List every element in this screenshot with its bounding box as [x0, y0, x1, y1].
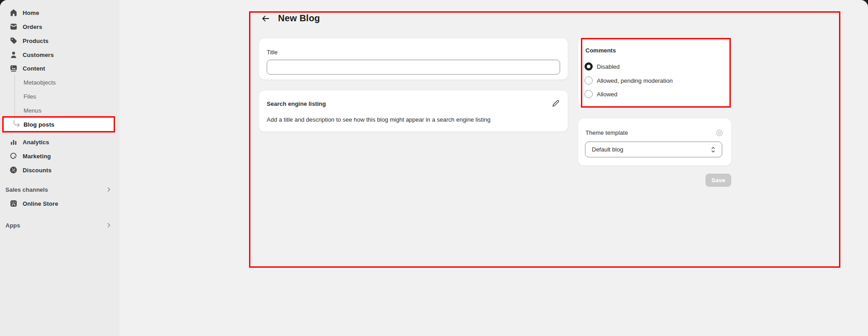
theme-template-label: Theme template	[585, 129, 628, 136]
sidebar-item-label: Blog posts	[24, 121, 54, 128]
app-frame: Home Orders Products Customers Content	[0, 0, 868, 336]
theme-template-select[interactable]: Default blog	[585, 142, 722, 157]
sidebar-item-label: Content	[23, 65, 45, 72]
sidebar-item-products[interactable]: Products	[4, 34, 116, 47]
seo-card-title: Search engine listing	[267, 100, 561, 107]
sidebar-item-analytics[interactable]: Analytics	[4, 136, 116, 148]
section-heading: Sales channels	[5, 186, 48, 193]
radio-option-allowed[interactable]: Allowed	[585, 89, 618, 99]
sidebar-item-label: Customers	[23, 52, 54, 58]
analytics-icon	[9, 137, 18, 147]
title-input[interactable]	[267, 60, 560, 75]
section-heading: Apps	[5, 222, 20, 229]
updown-caret-icon	[709, 146, 717, 154]
save-button[interactable]: Save	[705, 174, 731, 187]
radio-icon[interactable]	[585, 62, 593, 71]
radio-option-disabled[interactable]: Disabled	[585, 62, 620, 71]
radio-icon[interactable]	[585, 90, 593, 98]
sidebar-item-home[interactable]: Home	[4, 6, 116, 19]
customers-icon	[9, 50, 18, 59]
sidebar-item-files[interactable]: Files	[4, 90, 116, 103]
storefront-icon	[9, 199, 18, 208]
sidebar-item-label: Marketing	[23, 153, 51, 160]
sidebar-item-discounts[interactable]: Discounts	[4, 164, 116, 176]
sidebar-item-label: Files	[24, 93, 36, 100]
chevron-right-icon	[105, 186, 112, 193]
sidebar-item-label: Discounts	[23, 167, 52, 174]
title-card: Title	[259, 38, 568, 80]
sidebar-item-label: Metaobjects	[24, 79, 56, 86]
sidebar-section-sales-channels[interactable]: Sales channels	[5, 184, 115, 195]
theme-template-card: Theme template Default blog	[578, 118, 731, 166]
page-title: New Blog	[278, 13, 320, 24]
sidebar-item-label: Analytics	[23, 139, 49, 146]
select-value: Default blog	[592, 146, 623, 153]
comments-card: Comments Disabled Allowed, pending moder…	[578, 38, 730, 106]
page-header: New Blog	[261, 13, 320, 24]
marketing-icon	[9, 151, 18, 161]
eye-icon	[714, 128, 725, 138]
radio-icon[interactable]	[585, 76, 593, 85]
orders-icon	[9, 22, 18, 31]
sidebar: Home Orders Products Customers Content	[0, 0, 120, 336]
sidebar-item-online-store[interactable]: Online Store	[4, 197, 116, 210]
discounts-icon	[9, 166, 18, 175]
radio-label: Disabled	[597, 63, 620, 70]
sidebar-item-label: Home	[23, 9, 39, 16]
sidebar-item-menus[interactable]: Menus	[4, 104, 116, 117]
back-arrow-icon[interactable]	[261, 14, 271, 24]
radio-option-allowed-pending[interactable]: Allowed, pending moderation	[585, 76, 673, 85]
home-icon	[9, 8, 18, 17]
pencil-icon[interactable]	[551, 98, 561, 109]
products-icon	[9, 36, 18, 45]
chevron-right-icon	[105, 222, 112, 229]
radio-label: Allowed, pending moderation	[597, 77, 673, 84]
sidebar-item-orders[interactable]: Orders	[4, 20, 116, 33]
seo-card-description: Add a title and description to see how t…	[267, 116, 490, 123]
sidebar-item-label: Orders	[23, 24, 42, 30]
sidebar-item-blog-posts[interactable]: Blog posts	[4, 118, 116, 131]
radio-label: Allowed	[597, 91, 618, 98]
sidebar-item-content[interactable]: Content	[4, 62, 116, 75]
sidebar-item-label: Online Store	[23, 200, 58, 207]
sidebar-section-apps[interactable]: Apps	[5, 219, 115, 231]
title-field-label: Title	[267, 49, 278, 56]
sidebar-item-customers[interactable]: Customers	[4, 48, 116, 61]
return-arrow-icon	[12, 120, 21, 129]
seo-card: Search engine listing Add a title and de…	[259, 90, 568, 132]
comments-card-title: Comments	[585, 47, 723, 54]
sidebar-item-marketing[interactable]: Marketing	[4, 150, 116, 162]
sidebar-item-metaobjects[interactable]: Metaobjects	[4, 76, 116, 89]
sidebar-item-label: Menus	[24, 107, 42, 114]
sidebar-item-label: Products	[23, 38, 48, 44]
content-icon	[9, 64, 18, 73]
